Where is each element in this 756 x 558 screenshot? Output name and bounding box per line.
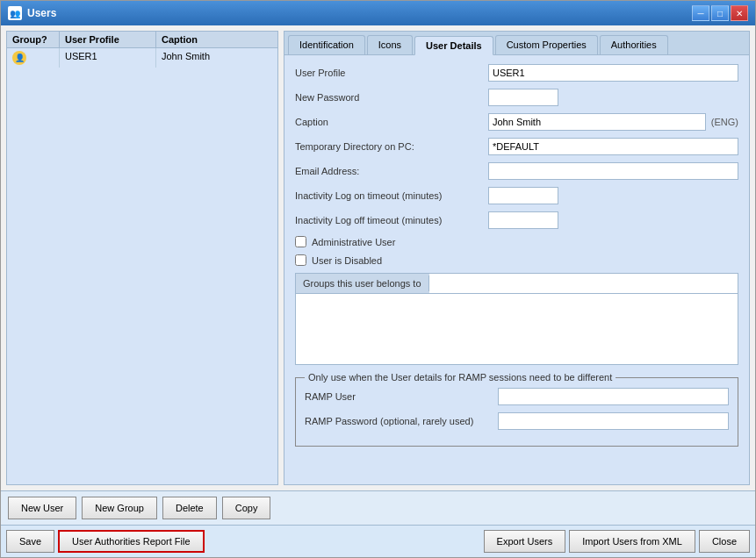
ramp-user-label: RAMP User bbox=[305, 391, 498, 402]
right-panel: Identification Icons User Details Custom… bbox=[284, 31, 750, 485]
window-title: Users bbox=[27, 7, 56, 19]
groups-header: Groups this user belongs to bbox=[296, 274, 738, 294]
user-icon: 👤 bbox=[12, 51, 26, 65]
import-button[interactable]: Import Users from XML bbox=[569, 530, 695, 553]
tab-icons[interactable]: Icons bbox=[367, 35, 413, 54]
title-bar-left: 👥 Users bbox=[8, 6, 56, 20]
title-bar: 👥 Users ─ □ ✕ bbox=[1, 1, 755, 25]
groups-section: Groups this user belongs to bbox=[295, 273, 738, 365]
left-panel: Group? User Profile Caption 👤 USER1 John… bbox=[6, 31, 278, 485]
user-disabled-checkbox[interactable] bbox=[295, 254, 306, 266]
ramp-password-label: RAMP Password (optional, rarely used) bbox=[305, 416, 498, 426]
inactivity-logoff-row: Inactivity Log off timeout (minutes) bbox=[295, 211, 738, 229]
ramp-password-input[interactable] bbox=[498, 412, 729, 430]
col-user-profile: User Profile bbox=[60, 32, 156, 47]
groups-body bbox=[296, 294, 738, 364]
col-caption: Caption bbox=[156, 32, 277, 47]
user-profile-cell: USER1 bbox=[60, 48, 156, 68]
group-cell: 👤 bbox=[7, 48, 60, 68]
tab-custom-properties[interactable]: Custom Properties bbox=[495, 35, 598, 54]
ramp-user-row: RAMP User bbox=[305, 388, 729, 405]
admin-user-checkbox[interactable] bbox=[295, 236, 306, 247]
minimize-button[interactable]: ─ bbox=[692, 5, 709, 21]
groups-header-input[interactable] bbox=[429, 274, 738, 293]
table-row[interactable]: 👤 USER1 John Smith bbox=[7, 48, 277, 68]
export-button[interactable]: Export Users bbox=[484, 530, 566, 553]
bottom-bar: New User New Group Delete Copy bbox=[1, 490, 755, 525]
ramp-user-input[interactable] bbox=[498, 388, 729, 405]
temp-dir-row: Temporary Directory on PC: bbox=[295, 138, 738, 155]
close-window-button[interactable]: ✕ bbox=[731, 5, 748, 21]
delete-button[interactable]: Delete bbox=[162, 497, 217, 519]
inactivity-logon-input[interactable] bbox=[488, 187, 558, 204]
tab-identification[interactable]: Identification bbox=[288, 35, 365, 54]
left-panel-header: Group? User Profile Caption bbox=[7, 32, 277, 48]
user-disabled-label: User is Disabled bbox=[312, 255, 382, 266]
user-profile-input[interactable] bbox=[488, 64, 738, 82]
maximize-button[interactable]: □ bbox=[711, 5, 729, 21]
caption-input[interactable] bbox=[488, 113, 706, 131]
email-row: Email Address: bbox=[295, 162, 738, 180]
admin-user-label: Administrative User bbox=[312, 237, 395, 247]
title-bar-controls: ─ □ ✕ bbox=[692, 5, 748, 21]
report-button[interactable]: User Authorities Report File bbox=[58, 530, 205, 553]
groups-header-label: Groups this user belongs to bbox=[296, 275, 429, 291]
user-profile-row: User Profile bbox=[295, 64, 738, 82]
inactivity-logoff-input[interactable] bbox=[488, 211, 558, 229]
email-label: Email Address: bbox=[295, 166, 488, 176]
main-window: 👥 Users ─ □ ✕ Group? User Profile Captio… bbox=[0, 0, 756, 558]
ramp-legend: Only use when the User details for RAMP … bbox=[305, 372, 616, 383]
inactivity-logon-row: Inactivity Log on timeout (minutes) bbox=[295, 187, 738, 204]
new-password-input[interactable] bbox=[488, 89, 558, 106]
footer-bar: Save User Authorities Report File Export… bbox=[1, 525, 755, 557]
tab-content-user-details: User Profile New Password Caption (ENG) … bbox=[284, 55, 749, 484]
temp-dir-label: Temporary Directory on PC: bbox=[295, 141, 488, 152]
tab-user-details[interactable]: User Details bbox=[414, 36, 493, 55]
close-button[interactable]: Close bbox=[699, 530, 750, 553]
user-profile-label: User Profile bbox=[295, 68, 488, 78]
user-disabled-row: User is Disabled bbox=[295, 254, 738, 266]
email-input[interactable] bbox=[488, 162, 738, 180]
inactivity-logoff-label: Inactivity Log off timeout (minutes) bbox=[295, 215, 488, 225]
copy-button[interactable]: Copy bbox=[222, 497, 271, 519]
new-group-button[interactable]: New Group bbox=[82, 497, 157, 519]
left-panel-body: 👤 USER1 John Smith bbox=[7, 48, 277, 484]
caption-label: Caption bbox=[295, 117, 488, 127]
temp-dir-input[interactable] bbox=[488, 138, 738, 155]
caption-suffix: (ENG) bbox=[711, 117, 738, 127]
caption-cell: John Smith bbox=[156, 48, 277, 68]
save-button[interactable]: Save bbox=[6, 530, 54, 553]
window-icon: 👥 bbox=[8, 6, 22, 20]
new-user-button[interactable]: New User bbox=[8, 497, 76, 519]
col-group: Group? bbox=[7, 32, 60, 47]
new-password-label: New Password bbox=[295, 92, 488, 103]
new-password-row: New Password bbox=[295, 89, 738, 106]
ramp-password-row: RAMP Password (optional, rarely used) bbox=[305, 412, 729, 430]
caption-row: Caption (ENG) bbox=[295, 113, 738, 131]
main-content: Group? User Profile Caption 👤 USER1 John… bbox=[1, 25, 755, 490]
admin-user-row: Administrative User bbox=[295, 236, 738, 247]
inactivity-logon-label: Inactivity Log on timeout (minutes) bbox=[295, 190, 488, 201]
ramp-section: Only use when the User details for RAMP … bbox=[295, 372, 738, 447]
tabs-bar: Identification Icons User Details Custom… bbox=[284, 32, 749, 55]
tab-authorities[interactable]: Authorities bbox=[600, 35, 668, 54]
